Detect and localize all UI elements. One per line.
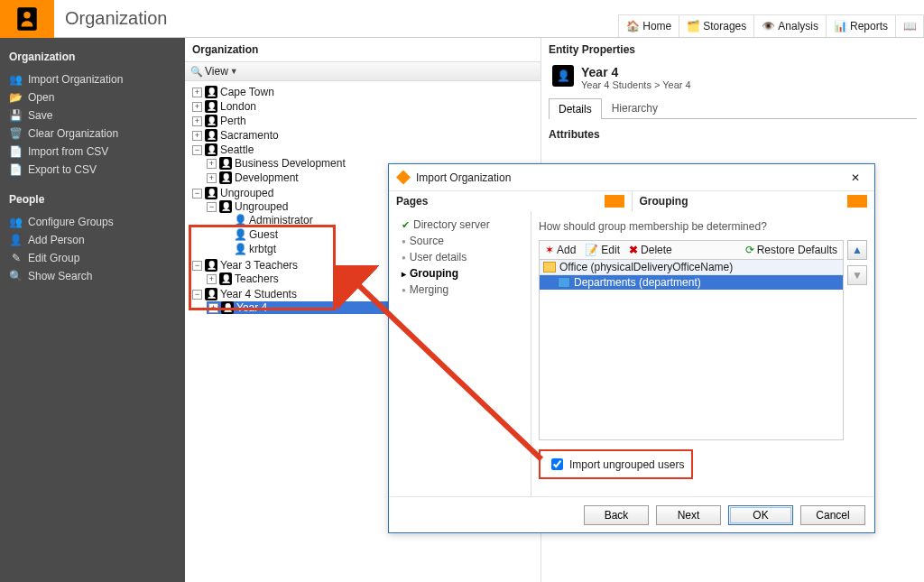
sidebar-section-organization: Organization [9, 51, 176, 63]
sidebar-item-label: Edit Group [28, 252, 79, 264]
sidebar-section-people: People [9, 193, 176, 206]
expand-toggle[interactable]: + [192, 88, 202, 97]
move-down-button[interactable]: ▼ [847, 265, 867, 285]
expand-toggle[interactable]: + [207, 173, 217, 183]
move-up-button[interactable]: ▲ [847, 240, 867, 260]
org-icon [221, 301, 234, 314]
tree-label: Sacramento [220, 129, 279, 142]
tab-analysis[interactable]: 👁️Analysis [753, 14, 827, 37]
expand-toggle[interactable]: + [192, 102, 202, 112]
sidebar-item-export-csv[interactable]: 📄Export to CSV [9, 161, 176, 179]
entity-name: Year 4 [581, 65, 691, 79]
tree-panel-title: Organization [185, 38, 541, 61]
group-label: Office (physicalDeliveryOfficeName) [559, 261, 733, 273]
grouping-toolbar: ✶Add 📝Edit ✖Delete ⟳Restore Defaults [539, 240, 844, 260]
user-icon [234, 228, 246, 241]
org-icon [205, 143, 217, 156]
expand-toggle[interactable]: + [192, 131, 202, 141]
collapse-toggle[interactable]: − [192, 189, 202, 199]
step-label: Grouping [410, 267, 458, 280]
group-row-departments[interactable]: Departments (department) [540, 275, 843, 290]
grouping-question: How should group membership be determine… [539, 220, 867, 233]
collapse-toggle[interactable]: − [192, 261, 202, 271]
app-logo [0, 0, 54, 38]
edit-button[interactable]: 📝Edit [585, 244, 620, 256]
tree-node-seattle[interactable]: −Seattle [192, 143, 535, 156]
org-icon [219, 273, 232, 285]
sidebar-item-label: Configure Groups [28, 216, 114, 228]
sidebar-item-configure-groups[interactable]: 👥Configure Groups [9, 213, 176, 231]
arrow-down-icon: ▼ [852, 269, 863, 282]
collapse-toggle[interactable]: − [192, 290, 202, 300]
app-header: Organization 🏠Home 🗂️Storages 👁️Analysis… [0, 0, 924, 38]
tree-node-sacramento[interactable]: +Sacramento [192, 129, 535, 142]
view-dropdown[interactable]: View ▼ [185, 61, 541, 81]
close-button[interactable]: ✕ [844, 169, 867, 187]
pages-header: Pages [389, 191, 633, 211]
sidebar-item-open[interactable]: 📂Open [9, 88, 176, 106]
org-icon [205, 288, 217, 300]
dialog-titlebar: Import Organization ✕ [389, 164, 874, 191]
step-label: User details [410, 251, 467, 263]
tree-node-capetown[interactable]: +Cape Town [192, 86, 535, 98]
expand-toggle[interactable]: + [208, 303, 218, 313]
add-icon: ✶ [545, 244, 554, 256]
tab-storages[interactable]: 🗂️Storages [679, 14, 754, 37]
back-button[interactable]: Back [584, 505, 649, 525]
sidebar-item-label: Show Search [28, 270, 92, 282]
csv-import-icon: 📄 [9, 145, 23, 158]
tree-label: Teachers [235, 273, 279, 285]
tab-home[interactable]: 🏠Home [618, 14, 679, 37]
import-ungrouped-checkbox[interactable] [551, 458, 563, 470]
sidebar-item-import-csv[interactable]: 📄Import from CSV [9, 143, 176, 161]
add-button[interactable]: ✶Add [545, 244, 576, 256]
tree-label: Perth [220, 115, 246, 127]
tab-reports[interactable]: 📊Reports [826, 14, 896, 37]
collapse-toggle[interactable]: − [207, 202, 217, 212]
book-icon: 📖 [903, 20, 916, 32]
sidebar-item-edit-group[interactable]: ✎Edit Group [9, 249, 176, 267]
sidebar-item-clear-organization[interactable]: 🗑️Clear Organization [9, 125, 176, 143]
expand-toggle[interactable]: + [192, 116, 202, 126]
sidebar-item-label: Import from CSV [28, 145, 108, 158]
expand-toggle[interactable]: + [207, 274, 217, 284]
org-icon [205, 259, 217, 272]
check-icon: ✔ [402, 219, 410, 231]
sidebar-item-save[interactable]: 💾Save [9, 106, 176, 125]
grouping-list[interactable]: Office (physicalDeliveryOfficeName) Depa… [539, 260, 844, 440]
wizard-steps: ✔Directory server ●Source ●User details … [389, 211, 531, 496]
step-source[interactable]: ●Source [402, 233, 531, 249]
tree-node-perth[interactable]: +Perth [192, 115, 535, 127]
org-icon [219, 200, 232, 213]
sidebar-item-import-organization[interactable]: 👥Import Organization [9, 70, 176, 88]
tab-book[interactable]: 📖 [895, 14, 924, 37]
tab-details[interactable]: Details [549, 98, 602, 119]
step-merging[interactable]: ●Merging [402, 282, 531, 298]
tab-hierarchy[interactable]: Hierarchy [602, 97, 668, 118]
step-label: Source [410, 235, 444, 247]
collapse-toggle[interactable]: − [192, 145, 202, 155]
view-label: View [205, 65, 228, 78]
entity-tabs: Details Hierarchy [549, 97, 917, 119]
sidebar-item-show-search[interactable]: 🔍Show Search [9, 267, 176, 285]
sidebar-item-add-person[interactable]: 👤Add Person [9, 231, 176, 249]
group-row-office[interactable]: Office (physicalDeliveryOfficeName) [540, 260, 843, 275]
delete-button[interactable]: ✖Delete [629, 244, 672, 256]
tree-label: London [220, 100, 256, 113]
next-button[interactable]: Next [656, 505, 721, 525]
dialog-footer: Back Next OK Cancel [389, 496, 874, 532]
tree-label: Business Development [235, 157, 346, 170]
ok-button[interactable]: OK [728, 505, 793, 525]
cancel-button[interactable]: Cancel [800, 505, 865, 525]
restore-defaults-button[interactable]: ⟳Restore Defaults [745, 244, 837, 256]
step-user-details[interactable]: ●User details [402, 249, 531, 265]
home-icon: 🏠 [626, 20, 639, 32]
folder-icon [558, 277, 570, 288]
step-directory-server[interactable]: ✔Directory server [402, 217, 531, 233]
sidebar-item-label: Import Organization [28, 73, 123, 86]
tree-node-london[interactable]: +London [192, 100, 535, 113]
step-grouping[interactable]: ▸Grouping [402, 265, 531, 282]
org-icon [205, 86, 217, 98]
sidebar-item-label: Add Person [28, 234, 85, 246]
expand-toggle[interactable]: + [207, 159, 217, 169]
